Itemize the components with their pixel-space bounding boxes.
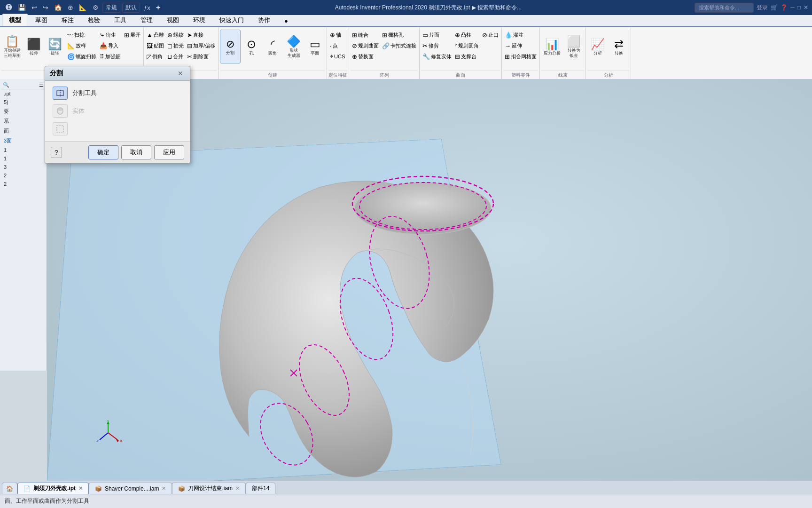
window-min[interactable]: ─: [790, 4, 795, 11]
search-box[interactable]: 搜索帮助和命令...: [695, 3, 754, 13]
btn-thicken[interactable]: ⊟加厚/偏移: [186, 40, 217, 51]
panel-item-8[interactable]: 1: [1, 154, 46, 163]
btn-start-3d-sketch[interactable]: 📋 开始创建三维草图: [1, 30, 23, 64]
dialog-close-button[interactable]: ✕: [176, 70, 185, 77]
panel-menu-icon[interactable]: ☰: [39, 82, 44, 88]
btn-grid-hole[interactable]: ⊞栅格孔: [381, 30, 418, 40]
dialog-title-bar[interactable]: 分割 ✕: [45, 66, 190, 81]
btn-revolve[interactable]: 🔄 旋转: [45, 30, 65, 64]
btn-replace-face[interactable]: ⊕替换面: [351, 51, 380, 62]
panel-item-10[interactable]: 2: [1, 171, 46, 180]
panel-item-5[interactable]: 面: [1, 126, 46, 136]
ok-button[interactable]: 确定: [88, 145, 118, 159]
formula-icon[interactable]: ƒx: [142, 3, 152, 12]
btn-derive[interactable]: ⤷衍生: [98, 30, 122, 40]
btn-shell[interactable]: ◻抽壳: [166, 40, 185, 51]
btn-shape-gen[interactable]: 🔷 形状生成器: [283, 30, 304, 64]
tab-file-2[interactable]: 📦 Shaver Comple....iam ✕: [89, 483, 172, 494]
btn-rest[interactable]: ⊟支撑台: [453, 51, 480, 62]
btn-ucs[interactable]: ⌖UCS: [328, 51, 346, 62]
btn-hole[interactable]: ⊙ 孔: [241, 30, 262, 64]
btn-decal[interactable]: 🖼贴图: [145, 40, 165, 51]
tab-close-2[interactable]: ✕: [162, 485, 166, 492]
btn-import[interactable]: 📥导入: [98, 40, 122, 51]
btn-axis[interactable]: ⊕轴: [328, 30, 346, 40]
btn-snap-fit[interactable]: 🔗卡扣式连接: [381, 40, 418, 51]
btn-helical[interactable]: 🌀螺旋扫掠: [66, 51, 98, 62]
btn-emboss[interactable]: ▲凸雕: [145, 30, 165, 40]
btn-combine[interactable]: ⊔合并: [166, 51, 185, 62]
btn-convert-sheetmetal[interactable]: ⬜ 转换为钣金: [563, 30, 584, 64]
panel-item-3[interactable]: 要: [1, 106, 46, 116]
btn-unfold[interactable]: ⊞展开: [123, 30, 142, 40]
settings-icon[interactable]: ⚙: [91, 3, 101, 12]
btn-plane[interactable]: ▭ 平面: [304, 30, 325, 64]
tab-manage[interactable]: 管理: [133, 14, 160, 26]
panel-item-7[interactable]: 1: [1, 146, 46, 154]
default-selector[interactable]: 默认: [122, 3, 140, 13]
tab-extra[interactable]: ●: [277, 15, 295, 26]
btn-ruled-fillet[interactable]: ◜规则圆角: [453, 40, 480, 51]
tab-collab[interactable]: 协作: [251, 14, 277, 26]
tab-model[interactable]: 模型: [2, 14, 28, 26]
cart-icon[interactable]: 🛒: [771, 4, 778, 11]
btn-thread[interactable]: ⊕螺纹: [166, 30, 185, 40]
btn-convert[interactable]: ⇄ 转换: [609, 30, 629, 64]
tab-close-3[interactable]: ✕: [235, 485, 240, 492]
third-option-button[interactable]: [53, 122, 68, 135]
btn-analyze[interactable]: 📈 分析: [587, 30, 608, 64]
tab-annotation[interactable]: 标注: [55, 14, 81, 26]
btn-trim[interactable]: ✂修剪: [421, 40, 453, 51]
tab-quickstart[interactable]: 快速入门: [212, 14, 251, 26]
panel-search-icon[interactable]: 🔍: [3, 82, 9, 88]
login-btn[interactable]: 登录: [757, 4, 768, 12]
help-button[interactable]: ?: [51, 147, 62, 158]
panel-item-6[interactable]: 3面: [1, 136, 46, 146]
btn-lip[interactable]: ⊘止口: [481, 30, 500, 40]
btn-fill[interactable]: 💧灌注: [503, 30, 538, 40]
cancel-button[interactable]: 取消: [121, 145, 151, 159]
formula-add-icon[interactable]: ✚: [154, 4, 162, 12]
save-icon[interactable]: 💾: [16, 3, 28, 12]
btn-fit-mesh[interactable]: ⊞拟合网格面: [503, 51, 538, 62]
redo-icon[interactable]: ↪: [41, 3, 50, 12]
body-select-button[interactable]: [53, 104, 68, 118]
btn-rib[interactable]: ⠿加强筋: [98, 51, 122, 62]
btn-fillet[interactable]: ◜ 圆角: [262, 30, 283, 64]
btn-repair-solid[interactable]: 🔧修复实体: [421, 51, 453, 62]
panel-item-11[interactable]: 2: [1, 180, 46, 188]
btn-chamfer[interactable]: ◸倒角: [145, 51, 165, 62]
btn-extrude[interactable]: ⬛ 拉伸: [23, 30, 44, 64]
window-max[interactable]: □: [797, 4, 801, 11]
app-menu-icon[interactable]: 🅘: [4, 3, 14, 12]
btn-stitch[interactable]: ⊞缝合: [351, 30, 380, 40]
panel-item-4[interactable]: 系: [1, 116, 46, 126]
btn-loft[interactable]: 📐放样: [66, 40, 98, 51]
tab-view[interactable]: 视图: [160, 14, 186, 26]
newfile-icon[interactable]: ⊕: [66, 3, 75, 12]
btn-direct[interactable]: ➤直接: [186, 30, 217, 40]
window-close[interactable]: ✕: [804, 4, 808, 11]
tab-file-3[interactable]: 📦 刀网设计结束.iam ✕: [172, 483, 246, 494]
btn-sweep[interactable]: 〰扫掠: [66, 30, 98, 40]
home-icon[interactable]: 🏠: [52, 3, 64, 12]
btn-extend[interactable]: →延伸: [503, 40, 538, 51]
help-icon[interactable]: ❓: [781, 4, 788, 11]
panel-item-9[interactable]: 3: [1, 163, 46, 171]
tab-tools[interactable]: 工具: [107, 14, 133, 26]
btn-stress[interactable]: 📊 应力分析: [541, 30, 563, 64]
apply-button[interactable]: 应用: [154, 145, 184, 159]
btn-ruled-surface[interactable]: ⊘规则曲面: [351, 40, 380, 51]
btn-point[interactable]: ·点: [328, 40, 346, 51]
tab-env[interactable]: 环境: [186, 14, 212, 26]
btn-patch[interactable]: ▭片面: [421, 30, 453, 40]
panel-item-1[interactable]: .ipt: [1, 89, 46, 98]
tab-close-1[interactable]: ✕: [78, 485, 83, 492]
tab-home[interactable]: 🏠: [2, 483, 17, 494]
btn-split[interactable]: ⊘ 分割: [220, 30, 241, 64]
split-tool-button[interactable]: [53, 87, 68, 100]
tab-inspect[interactable]: 检验: [81, 14, 107, 26]
tab-file-4[interactable]: 部件14: [246, 483, 275, 494]
mode-selector[interactable]: 常规: [102, 3, 120, 13]
btn-boss[interactable]: ⊕凸柱: [453, 30, 480, 40]
